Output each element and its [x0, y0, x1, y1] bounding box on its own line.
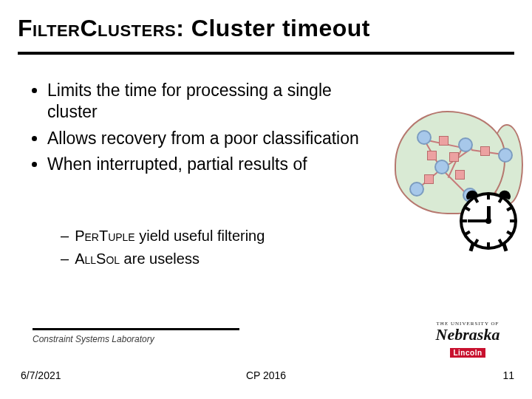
dash-icon: – — [61, 226, 69, 246]
dash-icon: – — [61, 249, 69, 269]
slide-title: FilterClusters: Cluster timeout — [18, 15, 370, 42]
clock-leg — [469, 243, 475, 251]
bullet-list: Limits the time for processing a single … — [33, 80, 380, 180]
title-underline — [18, 52, 514, 55]
sc-term: PerTuple — [75, 228, 135, 244]
clock-tick — [506, 206, 513, 211]
clock-tick — [464, 206, 471, 211]
clock-icon — [460, 192, 517, 250]
clock-tick — [506, 231, 513, 236]
title-word-1: Filter — [18, 15, 80, 41]
graph-node — [498, 148, 513, 163]
clock-tick — [474, 197, 479, 203]
sub-bullet-item: – AllSol are useless — [61, 249, 386, 269]
logo-bottom-text: Lincoln — [450, 348, 485, 358]
clock-tick — [487, 194, 490, 200]
bullet-item: Limits the time for processing a single … — [47, 80, 380, 123]
footer-rule — [33, 328, 239, 330]
slide: FilterClusters: Cluster timeout Limits t… — [0, 0, 532, 399]
graph-node — [417, 130, 432, 145]
clock-leg — [502, 243, 508, 251]
clock-tick — [464, 231, 471, 236]
bullet-item: Allows recovery from a poor classificati… — [47, 128, 380, 149]
clock-tick — [487, 242, 490, 248]
sub-bullet-list: – PerTuple yield useful filtering – AllS… — [61, 226, 386, 272]
logo-main: Nebraska — [420, 325, 516, 344]
graph-constraint — [439, 136, 449, 146]
graph-constraint — [455, 170, 465, 180]
clock-tick — [510, 219, 516, 222]
title-rest: : Cluster timeout — [176, 15, 370, 41]
bullet-item: When interrupted, partial results of — [47, 154, 380, 175]
sub-bullet-text: AllSol are useless — [75, 249, 200, 269]
lab-name: Constraint Systems Laboratory — [33, 334, 154, 344]
clock-tick — [498, 197, 503, 203]
graph-node — [458, 137, 473, 152]
graph-node — [409, 182, 424, 197]
page-number: 11 — [502, 369, 514, 381]
sc-term: AllSol — [75, 250, 120, 267]
graph-node — [434, 160, 449, 174]
graph-constraint — [480, 146, 490, 156]
nebraska-logo: THE UNIVERSITY OF Nebraska Lincoln — [420, 321, 516, 358]
clock-hub — [485, 218, 491, 224]
graph-constraint — [427, 151, 437, 160]
title-word-2: Clusters — [80, 15, 176, 41]
graph-constraint — [424, 174, 434, 184]
sub-bullet-text: PerTuple yield useful filtering — [75, 226, 265, 246]
graph-constraint — [449, 152, 459, 162]
clock-tick — [461, 219, 467, 222]
footer-center: CP 2016 — [0, 369, 532, 381]
logo-bottom: Lincoln — [420, 345, 516, 358]
clock-tick — [474, 239, 479, 245]
sub-bullet-item: – PerTuple yield useful filtering — [61, 226, 386, 246]
